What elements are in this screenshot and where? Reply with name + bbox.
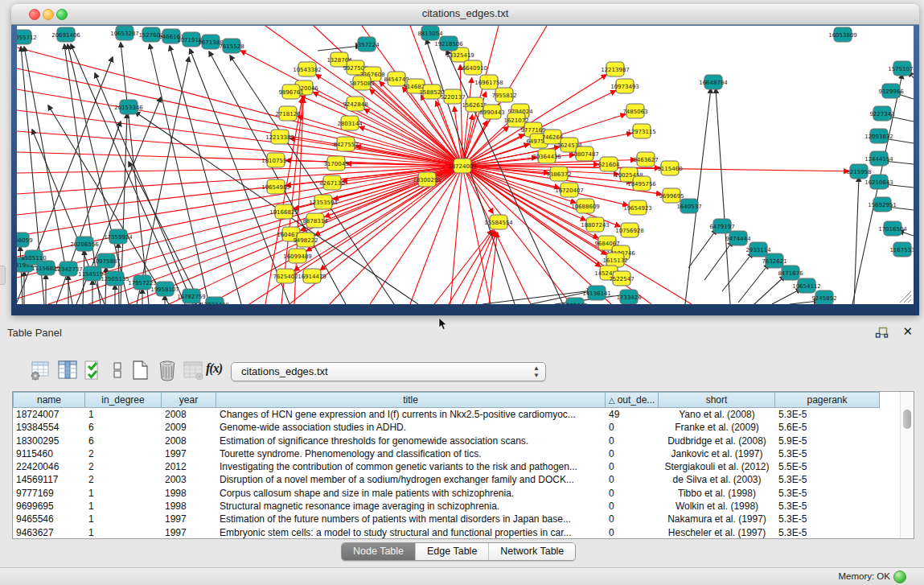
graph-node[interactable]: 7955812: [491, 88, 516, 102]
graph-node[interactable]: 16720407: [555, 183, 584, 197]
graph-node[interactable]: 3170045: [323, 156, 348, 171]
graph-node[interactable]: 10653287: [110, 26, 139, 40]
column-header-out_de[interactable]: △ out_de...: [606, 392, 659, 408]
graph-node[interactable]: 20153346: [114, 100, 143, 114]
graph-node[interactable]: 16914479: [298, 269, 326, 283]
float-panel-icon[interactable]: [875, 327, 889, 339]
graph-node[interactable]: 2803144: [337, 116, 363, 130]
table-row[interactable]: 969969511998Structural magnetic resonanc…: [13, 500, 901, 513]
graph-node[interactable]: 9115460: [657, 161, 682, 175]
delete-icon[interactable]: [156, 359, 179, 381]
graph-node[interactable]: 9474444: [725, 231, 751, 245]
function-builder-icon[interactable]: f(x): [206, 361, 228, 384]
table-row[interactable]: 1830029562008Estimation of significance …: [13, 435, 901, 447]
graph-node[interactable]: 18107554: [261, 153, 290, 167]
graph-node[interactable]: 16648784: [699, 75, 728, 89]
svg-text:1167533: 1167533: [889, 247, 914, 253]
table-row[interactable]: 946362711997Embryonic stem cells: a mode…: [13, 526, 901, 539]
graph-node[interactable]: 8215958: [846, 164, 871, 179]
column-header-in_degree[interactable]: in_degree: [85, 392, 162, 408]
graph-node[interactable]: 8267130: [319, 175, 344, 190]
tab-edge-table[interactable]: Edge Table: [415, 543, 488, 560]
column-header-name[interactable]: name: [13, 392, 85, 408]
graph-node[interactable]: 7485063: [622, 104, 647, 118]
table-row[interactable]: 911546021997Tourette syndrome. Phenomeno…: [13, 447, 901, 460]
table-row[interactable]: 2242004622012Investigating the contribut…: [13, 460, 901, 473]
graph-node[interactable]: 8427552: [333, 137, 358, 151]
graph-node[interactable]: 2718126: [275, 106, 301, 121]
graph-node[interactable]: 16210643: [864, 175, 893, 189]
graph-node[interactable]: 18807243: [581, 217, 610, 232]
graph-node[interactable]: 7615528: [219, 39, 244, 53]
graph-node[interactable]: 9463627: [633, 152, 658, 167]
graph-node[interactable]: 14055712: [17, 30, 37, 44]
graph-node[interactable]: 16053809: [828, 27, 857, 42]
network-window-titlebar[interactable]: citations_edges.txt: [11, 4, 919, 25]
table-body[interactable]: 1872400712008Changes of HCN gene express…: [13, 408, 901, 538]
graph-node[interactable]: 9242848: [343, 97, 368, 111]
table-row[interactable]: 977716911998Corpus callosum shape and si…: [13, 487, 901, 500]
table-row[interactable]: 946554611997Estimation of the future num…: [13, 513, 901, 525]
checklist-icon[interactable]: [82, 359, 105, 381]
graph-node[interactable]: 2166059: [17, 233, 33, 247]
graph-node[interactable]: 621604: [598, 157, 620, 171]
column-header-title[interactable]: title: [216, 392, 606, 408]
graph-node[interactable]: 20691406: [51, 27, 80, 42]
column-select-icon[interactable]: [56, 359, 79, 381]
table-header-row[interactable]: namein_degreeyeartitle△ out_de...shortpa…: [13, 392, 880, 408]
graph-node[interactable]: 16640910: [458, 60, 487, 75]
column-header-short[interactable]: short: [659, 392, 775, 408]
graph-node[interactable]: 12213987: [601, 62, 630, 76]
graph-node[interactable]: 8878314: [302, 213, 328, 228]
graph-node[interactable]: 1640537: [676, 199, 701, 213]
graph-node[interactable]: 9245852: [811, 290, 836, 304]
graph-node[interactable]: 12093832: [864, 129, 893, 143]
panel-collapse-handle[interactable]: [0, 266, 6, 285]
column-header-year[interactable]: year: [162, 392, 216, 408]
network-canvas[interactable]: 18724007 18300295 10543382 22420046 9896…: [17, 26, 914, 304]
graph-node[interactable]: 8990443: [479, 105, 504, 119]
graph-node[interactable]: 15692951: [868, 197, 897, 212]
graph-node[interactable]: 12444154: [864, 151, 893, 166]
graph-node[interactable]: 17359924: [104, 229, 133, 244]
graph-node[interactable]: 20206556: [70, 237, 99, 251]
graph-node[interactable]: 8813054: [417, 26, 443, 40]
graph-node[interactable]: 17016504: [878, 221, 907, 236]
table-row[interactable]: 1938455462009Genome-wide association stu…: [13, 421, 901, 434]
graph-node[interactable]: 7386372: [546, 167, 571, 181]
graph-node[interactable]: 10688609: [571, 199, 600, 213]
graph-node[interactable]: 15751074: [888, 61, 914, 76]
tab-network-table[interactable]: Network Table: [488, 543, 575, 560]
graph-node[interactable]: 1733426: [616, 290, 642, 304]
table-row[interactable]: 1872400712008Changes of HCN gene express…: [13, 408, 901, 421]
graph-node[interactable]: 9498222: [293, 233, 318, 247]
new-document-icon[interactable]: [129, 359, 151, 381]
table-selector-dropdown[interactable]: citations_edges.txt ▲▼: [231, 362, 546, 381]
graph-node[interactable]: 8471676: [778, 266, 803, 280]
column-header-pagerank[interactable]: pagerank: [775, 392, 880, 408]
memory-ok-indicator[interactable]: [893, 571, 906, 583]
tab-node-table[interactable]: Node Table: [342, 543, 415, 560]
graph-node[interactable]: 16961758: [474, 75, 503, 89]
table-settings-icon[interactable]: [29, 359, 51, 381]
graph-node[interactable]: 12353594: [309, 195, 338, 209]
graph-node[interactable]: 14136141: [582, 286, 611, 300]
graph-node[interactable]: 5875085: [349, 76, 374, 90]
node-table[interactable]: namein_degreeyeartitle△ out_de...shortpa…: [12, 391, 914, 539]
graph-node[interactable]: 10756928: [615, 223, 644, 237]
graph-node[interactable]: 19654923: [623, 200, 652, 215]
table-row[interactable]: 1456911722003Disruption of a novel membe…: [13, 473, 901, 486]
graph-node[interactable]: 12973115: [627, 124, 656, 138]
graph-node[interactable]: 1615132: [602, 253, 627, 267]
graph-node[interactable]: 10543382: [293, 62, 322, 76]
row-height-icon[interactable]: [106, 359, 129, 381]
table-scrollbar[interactable]: [900, 392, 914, 538]
graph-node[interactable]: 7625402: [273, 269, 298, 283]
graph-node[interactable]: 7357224: [354, 37, 380, 51]
graph-node[interactable]: 9896761: [278, 84, 303, 99]
graph-node[interactable]: 9227343: [869, 106, 894, 121]
close-panel-icon[interactable]: ✕: [902, 324, 913, 339]
graph-node[interactable]: 7522547: [609, 271, 634, 286]
scrollbar-thumb[interactable]: [903, 410, 911, 429]
graph-node[interactable]: 1167533: [889, 242, 914, 257]
